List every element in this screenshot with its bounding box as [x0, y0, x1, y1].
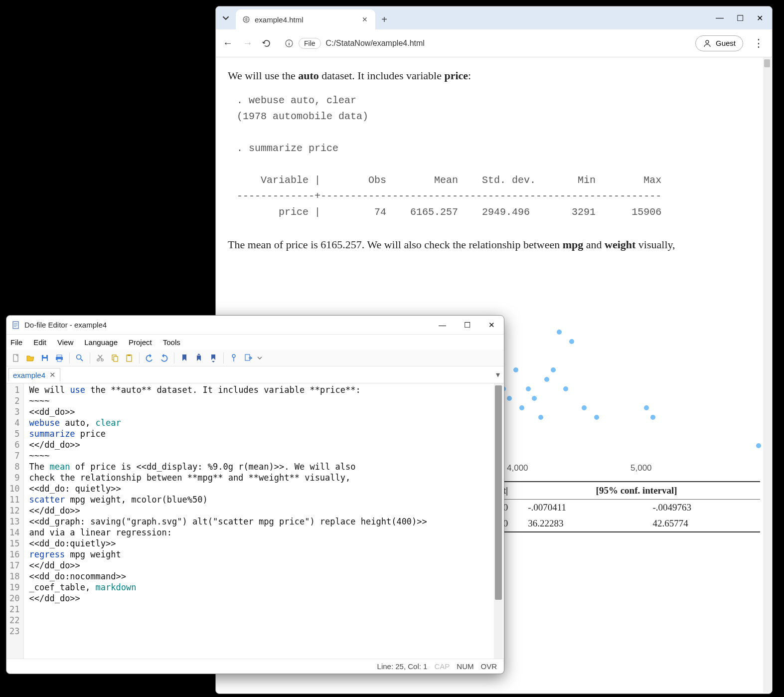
page-icon [242, 15, 251, 24]
new-tab-button[interactable]: + [375, 9, 393, 29]
profile-label: Guest [716, 39, 736, 47]
scatter-point [532, 396, 537, 401]
code-line[interactable]: check the relationship between **mpg** a… [29, 472, 499, 483]
print-button[interactable] [53, 351, 66, 364]
code-line[interactable]: ~~~~ [29, 395, 499, 406]
bookmark-next-button[interactable] [207, 351, 220, 364]
svg-rect-23 [114, 356, 118, 361]
scatter-point [513, 367, 518, 372]
code-line[interactable]: _coef_table, markdown [29, 582, 499, 593]
show-whitespace-button[interactable] [227, 351, 240, 364]
menu-tools[interactable]: Tools [163, 338, 180, 347]
site-info-icon[interactable] [285, 39, 294, 48]
editor-tab-close[interactable]: ✕ [49, 370, 56, 379]
editor-minimize-button[interactable]: — [439, 321, 446, 330]
svg-line-17 [81, 359, 83, 361]
tab-list-dropdown[interactable] [216, 6, 236, 29]
code-line[interactable]: ~~~~ [29, 450, 499, 461]
profile-button[interactable]: Guest [695, 35, 743, 51]
tab-close-button[interactable]: ✕ [360, 15, 369, 23]
execute-dropdown[interactable] [256, 351, 263, 364]
minimize-button[interactable]: — [716, 13, 724, 22]
cursor-position: Line: 25, Col: 1 [377, 662, 428, 671]
folder-open-icon [26, 353, 35, 362]
copy-button[interactable] [108, 351, 121, 364]
browser-tab[interactable]: example4.html ✕ [236, 9, 375, 29]
editor-scrollbar-thumb[interactable] [495, 385, 502, 600]
scatter-point [526, 386, 531, 391]
find-button[interactable] [73, 351, 86, 364]
code-line[interactable]: The mean of price is <<dd_display: %9.0g… [29, 461, 499, 472]
code-area[interactable]: We will use the **auto** dataset. It inc… [24, 383, 504, 659]
open-file-button[interactable] [24, 351, 37, 364]
code-line[interactable]: We will use the **auto** dataset. It inc… [29, 384, 499, 395]
menu-edit[interactable]: Edit [33, 338, 46, 347]
save-button[interactable] [38, 351, 51, 364]
maximize-button[interactable]: ☐ [737, 13, 744, 23]
svg-point-18 [97, 358, 99, 360]
code-line[interactable]: <<dd_do: quietly>> [29, 483, 499, 494]
menu-language[interactable]: Language [84, 338, 118, 347]
svg-point-16 [77, 354, 81, 359]
chevron-down-icon [257, 355, 262, 360]
back-button[interactable]: ← [222, 37, 234, 49]
code-line[interactable]: <</dd_do>> [29, 439, 499, 450]
caps-indicator: CAP [434, 662, 450, 671]
bookmark-down-icon [209, 353, 217, 362]
ovr-indicator: OVR [480, 662, 497, 671]
stata-output-block: . webuse auto, clear (1978 automobile da… [237, 93, 760, 220]
menu-project[interactable]: Project [129, 338, 152, 347]
svg-point-4 [706, 40, 709, 43]
code-line[interactable]: webuse auto, clear [29, 417, 499, 428]
code-line[interactable]: scatter mpg weight, mcolor(blue%50) [29, 494, 499, 505]
code-line[interactable]: <</dd_do>> [29, 560, 499, 571]
editor-titlebar[interactable]: Do-file Editor - example4 — ☐ ✕ [6, 316, 504, 335]
svg-point-19 [101, 358, 103, 360]
num-indicator: NUM [457, 662, 473, 671]
cut-icon [96, 353, 105, 362]
menu-view[interactable]: View [57, 338, 73, 347]
editor-tabs-dropdown[interactable]: ▾ [492, 370, 504, 379]
code-line[interactable]: and via a linear regression: [29, 527, 499, 538]
bookmark-prev-button[interactable] [192, 351, 205, 364]
code-editor[interactable]: 1234567891011121314151617181920212223 We… [6, 383, 504, 659]
svg-line-20 [99, 355, 102, 359]
code-line[interactable]: <<dd_do:nocommand>> [29, 571, 499, 582]
execute-button[interactable] [242, 351, 255, 364]
new-file-button[interactable] [9, 351, 22, 364]
editor-app-icon [11, 321, 20, 330]
editor-window-title: Do-file Editor - example4 [24, 321, 107, 329]
reload-button[interactable] [262, 38, 274, 48]
address-bar[interactable]: File C:/StataNow/example4.html [282, 38, 687, 49]
close-button[interactable]: ✕ [757, 13, 763, 23]
forward-button[interactable]: → [242, 37, 254, 49]
browser-menu-button[interactable]: ⋮ [751, 37, 766, 50]
editor-file-tab[interactable]: example4 ✕ [8, 368, 60, 381]
code-line[interactable]: summarize price [29, 428, 499, 439]
editor-maximize-button[interactable]: ☐ [464, 321, 470, 330]
cut-button[interactable] [94, 351, 107, 364]
code-line[interactable]: <<dd_do:quietly>> [29, 538, 499, 549]
bookmark-toggle-button[interactable] [178, 351, 191, 364]
undo-button[interactable] [143, 351, 156, 364]
code-line[interactable]: <<dd_do>> [29, 406, 499, 417]
browser-window-controls: — ☐ ✕ [707, 6, 772, 29]
do-file-editor-window: Do-file Editor - example4 — ☐ ✕ FileEdit… [6, 315, 504, 674]
code-line[interactable]: <</dd_do>> [29, 505, 499, 516]
copy-icon [110, 353, 119, 362]
paste-button[interactable] [123, 351, 136, 364]
editor-close-button[interactable]: ✕ [488, 321, 495, 330]
url-scheme-chip: File [299, 38, 321, 49]
scatter-point [644, 405, 649, 410]
scatter-point [544, 377, 549, 382]
redo-icon [159, 353, 168, 362]
code-line[interactable]: <<dd_graph: saving("graph.svg") alt("sca… [29, 516, 499, 527]
scatter-point [569, 339, 574, 344]
code-line[interactable]: regress mpg weight [29, 549, 499, 560]
editor-scrollbar[interactable] [494, 383, 503, 659]
scatter-point [519, 405, 524, 410]
menu-file[interactable]: File [10, 338, 22, 347]
code-line[interactable]: <</dd_do>> [29, 593, 499, 604]
scatter-point [563, 386, 568, 391]
redo-button[interactable] [157, 351, 170, 364]
